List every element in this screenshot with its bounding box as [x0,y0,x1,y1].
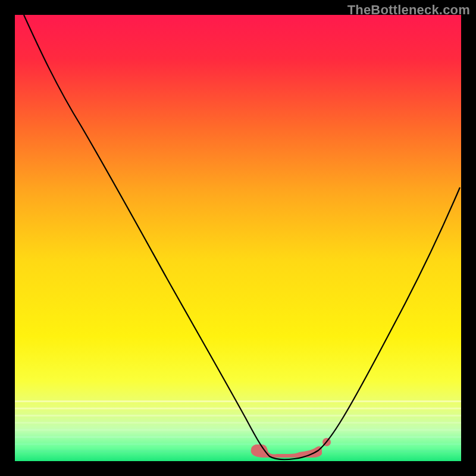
svg-rect-1 [15,408,461,409]
svg-rect-5 [15,436,461,438]
svg-rect-2 [15,415,461,416]
svg-rect-6 [15,443,461,445]
chart-stage: TheBottleneck.com [0,0,476,476]
svg-rect-0 [15,400,461,402]
chart-background [15,15,461,461]
chart-svg [15,15,461,461]
svg-rect-4 [15,429,461,431]
svg-rect-3 [15,422,461,424]
svg-rect-7 [15,450,461,452]
plot-area [15,15,461,461]
